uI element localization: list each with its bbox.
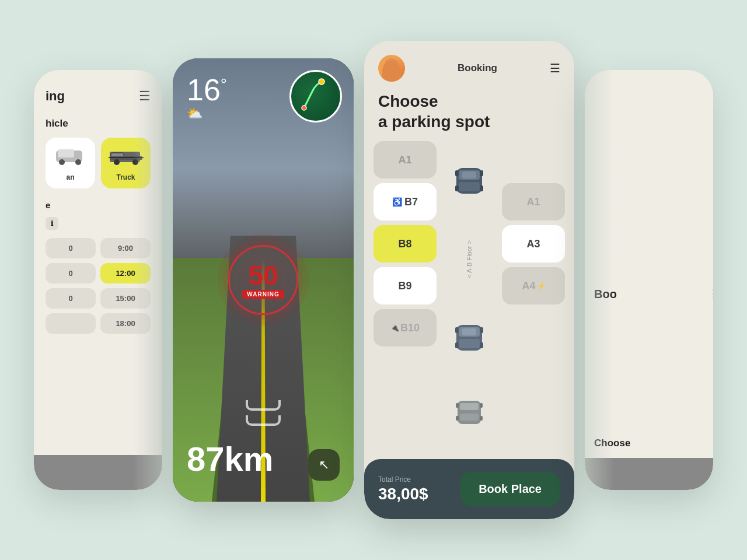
svg-rect-26: [480, 342, 483, 348]
temperature-display: 16°: [187, 75, 227, 105]
speed-warning: 50 WARNING: [228, 245, 298, 315]
car-top-2: [446, 323, 493, 353]
s4-choose-label: Choose: [594, 438, 630, 449]
floor-label: < A-B Floor >: [466, 240, 473, 278]
right-spots: A1 A3 A4 ⚡: [502, 141, 565, 452]
spot-A3[interactable]: A3: [502, 225, 565, 262]
svg-rect-22: [459, 339, 480, 348]
van-label: an: [51, 173, 89, 181]
car-top-1: [446, 166, 493, 196]
spot-A4[interactable]: A4 ⚡: [502, 267, 565, 304]
spot-B10-icon: 🔌: [390, 324, 399, 332]
center-cars-area: < A-B Floor >: [441, 141, 497, 452]
svg-rect-17: [455, 186, 459, 191]
spot-right-A1[interactable]: A1: [502, 183, 565, 220]
time-btn-1200[interactable]: 12:00: [100, 263, 151, 284]
screen1-partial: ing ☰ hicle an: [34, 70, 162, 490]
vehicle-card-van[interactable]: an: [46, 138, 95, 188]
spot-empty-top: [502, 141, 565, 178]
time-btn-1800[interactable]: 18:00: [100, 313, 151, 334]
left-spots: A1 ♿ B7 B8 B9 🔌 B10: [374, 141, 437, 452]
spot-B9-label: B9: [398, 280, 411, 292]
price-label: Total Price: [378, 475, 428, 484]
svg-rect-25: [455, 342, 459, 348]
time-btn-1[interactable]: 0: [46, 263, 96, 284]
ar-arrow-2: [246, 415, 281, 426]
vehicle-section-title: hicle: [46, 118, 151, 130]
user-avatar: [378, 55, 405, 82]
time-btn-900[interactable]: 9:00: [100, 238, 151, 258]
booking-page-title: Booking: [458, 62, 497, 74]
booking-footer: Total Price 38,00$ Book Place: [364, 459, 574, 519]
price-value: 38,00$: [378, 485, 428, 503]
temp-unit: °: [221, 75, 227, 93]
time-btn-2[interactable]: 0: [46, 288, 96, 309]
time-btn-3[interactable]: [46, 313, 96, 334]
svg-rect-6: [110, 156, 142, 160]
svg-rect-14: [459, 182, 480, 191]
svg-rect-31: [456, 403, 459, 408]
book-place-button[interactable]: Book Place: [460, 472, 560, 506]
weather-badge: 16° ⛅: [187, 75, 227, 121]
screen4-partial: Boo ☰ Choose a ve: [585, 70, 713, 490]
svg-point-10: [319, 79, 324, 85]
vehicle-cards: an Truck: [46, 138, 151, 188]
svg-rect-27: [462, 328, 476, 335]
svg-point-3: [75, 159, 81, 165]
svg-rect-29: [460, 403, 479, 410]
parking-layout: A1 ♿ B7 B8 B9 🔌 B10: [364, 141, 574, 452]
booking-title-line2: a parking spot: [378, 113, 490, 131]
price-section: Total Price 38,00$: [378, 475, 428, 503]
speed-number: 50: [248, 262, 278, 289]
spot-right-A1-label: A1: [526, 196, 540, 208]
nav-button[interactable]: ↖: [308, 449, 340, 481]
screen4-menu-icon[interactable]: ☰: [712, 287, 713, 301]
spot-B9[interactable]: B9: [374, 267, 437, 304]
spot-A4-icon: ⚡: [537, 282, 545, 290]
booking-header: Booking ☰: [364, 41, 574, 91]
ar-arrow-1: [246, 400, 281, 411]
info-icon: ℹ: [46, 217, 58, 230]
spot-A4-label: A4: [522, 280, 535, 292]
time-grid-screen1: 0 9:00 0 12:00 0 15:00 18:00: [46, 238, 151, 334]
time-btn-0[interactable]: 0: [46, 238, 96, 258]
warning-badge: WARNING: [242, 290, 284, 299]
svg-rect-30: [460, 414, 479, 421]
spot-A1[interactable]: A1: [374, 141, 437, 178]
spot-A3-label: A3: [526, 238, 540, 250]
weather-icon: ⛅: [187, 106, 227, 121]
car-top-3: [446, 397, 493, 428]
svg-rect-1: [58, 149, 74, 158]
time-section-label: e: [46, 200, 151, 210]
time-btn-1500[interactable]: 15:00: [100, 288, 151, 309]
svg-rect-16: [480, 170, 483, 176]
bottom-bar-s4: [585, 458, 713, 490]
svg-rect-32: [480, 403, 483, 408]
vehicle-card-truck[interactable]: Truck: [101, 138, 151, 188]
map-globe: [289, 70, 342, 123]
svg-rect-24: [480, 327, 483, 333]
svg-rect-34: [480, 416, 483, 421]
menu-icon[interactable]: ☰: [139, 89, 151, 104]
spot-B8[interactable]: B8: [374, 225, 437, 262]
spot-B7-icon: ♿: [392, 197, 402, 206]
screen1-title: ing: [46, 89, 65, 104]
svg-point-9: [132, 159, 138, 165]
svg-point-8: [114, 159, 120, 165]
truck-label: Truck: [107, 173, 145, 181]
map-route-svg: [295, 76, 336, 117]
ar-arrows: [246, 400, 281, 426]
bottom-bar-s1: [34, 455, 162, 490]
spot-B7-label: B7: [404, 196, 418, 208]
truck-icon: [109, 145, 144, 166]
booking-title-line1: Choose: [378, 92, 438, 110]
spot-B10[interactable]: 🔌 B10: [374, 309, 437, 346]
avatar-face: [382, 61, 401, 82]
spot-A1-label: A1: [398, 154, 411, 166]
info-row: ℹ: [46, 217, 151, 230]
booking-menu-icon[interactable]: ☰: [550, 61, 560, 75]
km-display: 87km: [187, 439, 273, 478]
spot-B7[interactable]: ♿ B7: [374, 183, 437, 220]
screen2-ar: 16° ⛅ 50 WARNING: [173, 58, 354, 502]
temp-value: 16: [187, 73, 221, 107]
